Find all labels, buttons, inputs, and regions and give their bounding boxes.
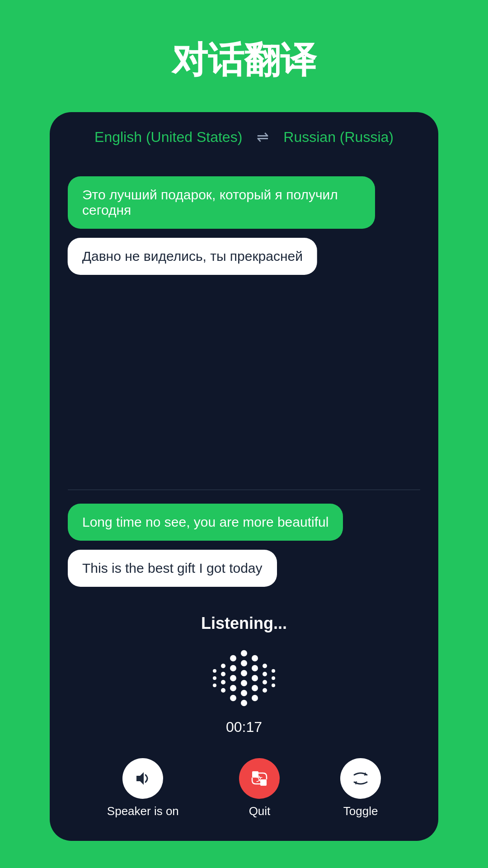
dot bbox=[263, 680, 267, 684]
upper-chat: Давно не виделись, ты прекрасней Это луч… bbox=[68, 167, 420, 490]
dot bbox=[221, 688, 225, 693]
dot bbox=[213, 676, 216, 680]
dot bbox=[241, 660, 247, 666]
speaker-icon bbox=[133, 769, 153, 788]
lower-message-2: This is the best gift I got today bbox=[68, 550, 277, 587]
dot bbox=[213, 669, 216, 673]
dot bbox=[230, 655, 236, 661]
timer: 00:17 bbox=[226, 719, 262, 736]
wave-col-1 bbox=[213, 669, 216, 687]
waveform bbox=[213, 646, 275, 710]
dot bbox=[272, 676, 275, 680]
toggle-icon bbox=[351, 769, 371, 788]
dot bbox=[241, 700, 247, 706]
dot bbox=[241, 690, 247, 696]
dot bbox=[252, 685, 258, 691]
dot bbox=[230, 695, 236, 701]
svg-text:文: 文 bbox=[256, 775, 263, 783]
lower-chat: Long time no see, you are more beautiful… bbox=[68, 490, 420, 596]
language-bar: English (United States) ⇌ Russian (Russi… bbox=[50, 112, 438, 158]
dot bbox=[213, 684, 216, 687]
dot bbox=[230, 685, 236, 691]
wave-col-3 bbox=[230, 655, 236, 701]
swap-icon[interactable]: ⇌ bbox=[257, 128, 269, 146]
dot bbox=[241, 650, 247, 656]
target-language[interactable]: Russian (Russia) bbox=[283, 129, 394, 146]
app-title: 对话翻译 bbox=[172, 36, 316, 85]
main-card: English (United States) ⇌ Russian (Russi… bbox=[50, 112, 438, 841]
listening-section: Listening... bbox=[50, 605, 438, 749]
speaker-control: Speaker is on bbox=[107, 758, 179, 818]
dot bbox=[221, 680, 225, 684]
dot bbox=[230, 675, 236, 681]
translate-icon: 文 A bbox=[249, 769, 269, 788]
wave-col-7 bbox=[272, 669, 275, 687]
wave-col-2 bbox=[221, 664, 225, 693]
toggle-button[interactable] bbox=[340, 758, 381, 799]
dot bbox=[252, 695, 258, 701]
wave-col-5 bbox=[252, 655, 258, 701]
speaker-button[interactable] bbox=[122, 758, 163, 799]
dot bbox=[263, 688, 267, 693]
dot bbox=[241, 670, 247, 676]
controls-bar: Speaker is on 文 A Quit bbox=[50, 749, 438, 841]
dot bbox=[272, 684, 275, 687]
dot bbox=[241, 680, 247, 686]
dot bbox=[252, 655, 258, 661]
svg-marker-0 bbox=[136, 772, 144, 785]
quit-button[interactable]: 文 A bbox=[239, 758, 280, 799]
dot bbox=[263, 664, 267, 668]
lower-message-1: Long time no see, you are more beautiful bbox=[68, 504, 343, 541]
upper-message-2: Давно не виделись, ты прекрасней bbox=[68, 238, 317, 275]
dot bbox=[252, 665, 258, 671]
dot bbox=[221, 664, 225, 668]
dot bbox=[230, 665, 236, 671]
chat-area: Давно не виделись, ты прекрасней Это луч… bbox=[50, 158, 438, 605]
toggle-label: Toggle bbox=[343, 804, 378, 818]
svg-text:A: A bbox=[253, 772, 256, 777]
dot bbox=[221, 672, 225, 676]
quit-control: 文 A Quit bbox=[239, 758, 280, 818]
upper-message-1: Это лучший подарок, который я получил се… bbox=[68, 176, 375, 229]
wave-col-4 bbox=[241, 650, 247, 706]
toggle-control: Toggle bbox=[340, 758, 381, 818]
wave-col-6 bbox=[263, 664, 267, 693]
dot bbox=[252, 675, 258, 681]
source-language[interactable]: English (United States) bbox=[94, 129, 242, 146]
speaker-label: Speaker is on bbox=[107, 804, 179, 818]
dot bbox=[272, 669, 275, 673]
listening-label: Listening... bbox=[201, 614, 287, 633]
dot bbox=[263, 672, 267, 676]
quit-label: Quit bbox=[249, 804, 271, 818]
